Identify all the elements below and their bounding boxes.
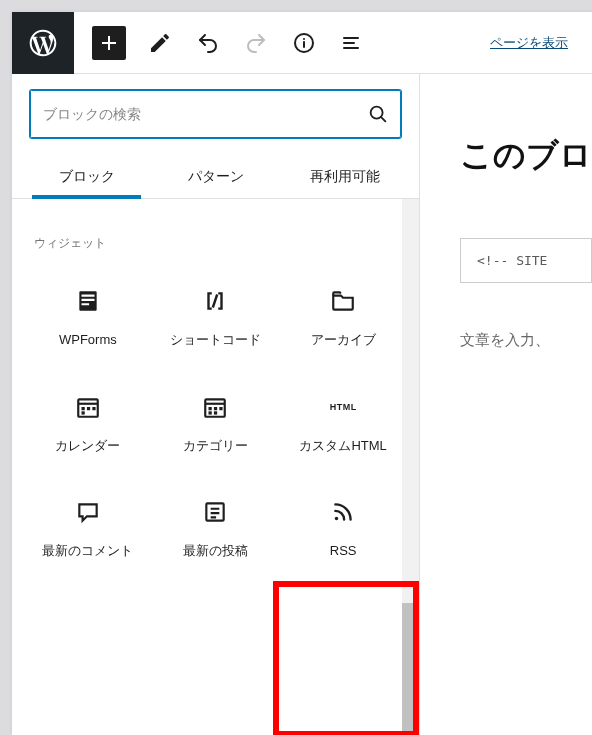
scrollbar-thumb[interactable] [402, 603, 419, 735]
svg-rect-13 [214, 411, 217, 414]
archive-icon [330, 288, 356, 314]
page-title[interactable]: このブロ [460, 134, 592, 178]
block-search-field[interactable] [30, 90, 401, 138]
block-categories[interactable]: カテゴリー [152, 372, 280, 474]
block-label: 最新の投稿 [183, 541, 248, 561]
block-label: カスタムHTML [299, 436, 386, 456]
block-label: WPForms [59, 330, 117, 350]
svg-rect-11 [220, 407, 223, 410]
tab-patterns[interactable]: パターン [151, 154, 280, 198]
undo-button[interactable] [184, 19, 232, 67]
block-wpforms[interactable]: WPForms [24, 266, 152, 368]
list-view-button[interactable] [328, 19, 376, 67]
block-rss[interactable]: RSS [279, 477, 407, 579]
svg-rect-12 [209, 411, 212, 414]
block-label: RSS [330, 541, 357, 561]
wordpress-logo[interactable] [12, 12, 74, 74]
block-calendar[interactable]: カレンダー [24, 372, 152, 474]
posts-icon [202, 499, 228, 525]
block-custom-html[interactable]: HTML カスタムHTML [279, 372, 407, 474]
block-label: ショートコード [170, 330, 261, 350]
block-latest-comments[interactable]: 最新のコメント [24, 477, 152, 579]
comment-icon [75, 499, 101, 525]
block-label: カレンダー [55, 436, 120, 456]
block-archives[interactable]: アーカイブ [279, 266, 407, 368]
calendar-icon [75, 394, 101, 420]
svg-rect-7 [81, 411, 84, 414]
svg-rect-5 [87, 407, 90, 410]
rss-icon [330, 499, 356, 525]
categories-icon [202, 394, 228, 420]
view-page-link[interactable]: ページを表示 [482, 34, 576, 52]
block-latest-posts[interactable]: 最新の投稿 [152, 477, 280, 579]
shortcode-icon [202, 288, 228, 314]
svg-rect-4 [81, 407, 84, 410]
block-label: カテゴリー [183, 436, 248, 456]
redo-button [232, 19, 280, 67]
html-block-content[interactable]: <!-- SITE [460, 238, 592, 283]
html-icon: HTML [330, 394, 356, 420]
info-button[interactable] [280, 19, 328, 67]
svg-rect-10 [214, 407, 217, 410]
search-input[interactable] [31, 91, 356, 137]
add-block-button[interactable] [92, 26, 126, 60]
tab-blocks[interactable]: ブロック [22, 154, 151, 198]
edit-mode-button[interactable] [136, 19, 184, 67]
form-icon [75, 288, 101, 314]
svg-rect-6 [92, 407, 95, 410]
block-label: 最新のコメント [42, 541, 133, 561]
paragraph-placeholder[interactable]: 文章を入力、 [460, 331, 592, 350]
tab-reusable[interactable]: 再利用可能 [280, 154, 409, 198]
highlight-box [273, 581, 419, 735]
svg-point-1 [303, 38, 305, 40]
svg-point-15 [335, 517, 338, 520]
block-label: アーカイブ [311, 330, 376, 350]
search-icon [356, 91, 400, 137]
svg-rect-9 [209, 407, 212, 410]
block-shortcode[interactable]: ショートコード [152, 266, 280, 368]
category-label: ウィジェット [12, 199, 419, 266]
